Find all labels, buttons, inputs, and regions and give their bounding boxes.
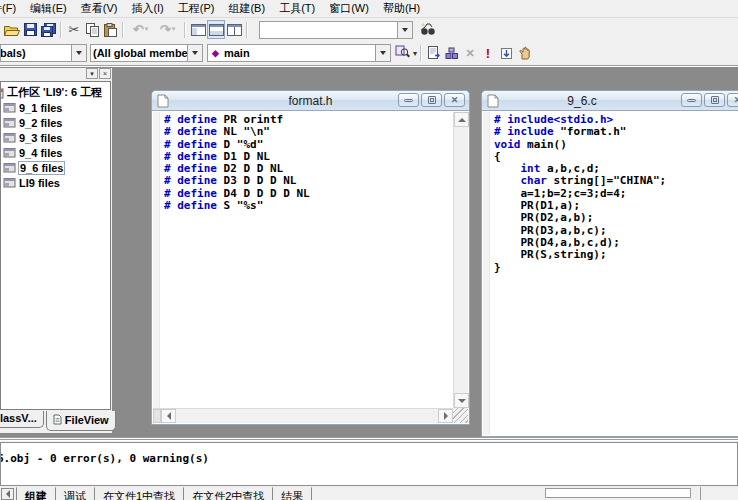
output-tab[interactable]: 在文件1中查找 <box>94 487 184 500</box>
compile-icon <box>428 46 441 60</box>
chevron-down-icon <box>402 28 408 32</box>
output-tabs: 组建调试在文件1中查找在文件2中查找结果 <box>0 487 738 500</box>
project-icon <box>3 162 16 173</box>
save-all-button[interactable] <box>39 20 57 39</box>
maximize-button[interactable] <box>421 93 442 107</box>
minimize-button[interactable] <box>681 93 702 107</box>
redo-button[interactable]: ↷▾ <box>154 20 181 39</box>
scroll-up-button[interactable] <box>454 112 469 127</box>
stop-build-icon: ✕ <box>465 47 474 60</box>
pane-split-button[interactable] <box>225 20 243 39</box>
code-line: void main() <box>494 139 738 151</box>
pane-output-button[interactable] <box>207 20 225 39</box>
menu-item[interactable]: 工具(T) <box>272 0 322 17</box>
tab-label: FileView <box>65 414 109 426</box>
close-icon: ✕ <box>451 96 459 105</box>
menu-item[interactable]: 查看(V) <box>74 0 125 17</box>
project-icon <box>3 132 16 143</box>
ide-window: 文件(F)编辑(E)查看(V)插入(I)工程(P)组建(B)工具(T)窗口(W)… <box>0 0 738 500</box>
insert-breakpoint-icon <box>518 46 531 60</box>
output-tab[interactable]: 调试 <box>55 487 95 500</box>
panel-close-button[interactable]: × <box>99 68 111 79</box>
tab-fileview[interactable]: FileView <box>46 411 116 431</box>
menu-item[interactable]: 编辑(E) <box>23 0 74 17</box>
menu-item[interactable]: 工程(P) <box>171 0 222 17</box>
menu-item[interactable]: 窗口(W) <box>322 0 376 17</box>
menu-item[interactable]: 插入(I) <box>124 0 170 17</box>
statusbar-divider <box>700 487 701 500</box>
code-editor[interactable]: # include<stdio.h># include "format.h"vo… <box>490 112 738 435</box>
minimize-button[interactable] <box>398 93 419 107</box>
filter-combobox[interactable]: (All global members) <box>90 44 203 62</box>
scroll-down-button[interactable] <box>454 393 469 408</box>
resize-grip[interactable] <box>453 408 468 423</box>
cut-button[interactable]: ✂ <box>65 20 83 39</box>
selection-margin[interactable] <box>153 112 160 408</box>
scroll-left-button[interactable] <box>161 409 176 423</box>
member-dropdown-button[interactable] <box>375 45 390 61</box>
panel-menu-button[interactable]: ▾ <box>86 68 98 79</box>
tree-project-item[interactable]: 9_6 files <box>3 160 110 175</box>
project-label: 9_1 files <box>19 102 62 114</box>
fileview-tree[interactable]: 工作区 'LI9': 6 工程 9_1 files9_2 files9_3 fi… <box>0 81 111 410</box>
paste-button[interactable] <box>101 20 119 39</box>
tree-project-item[interactable]: 9_2 files <box>3 115 110 130</box>
open-button[interactable] <box>3 20 21 39</box>
horizontal-scrollbar[interactable] <box>153 408 453 423</box>
undo-button[interactable]: ↶▾ <box>127 20 154 39</box>
output-tab[interactable]: 在文件2中查找 <box>183 487 273 500</box>
maximize-button[interactable] <box>704 93 725 107</box>
find-in-files-button[interactable] <box>419 20 437 39</box>
output-tab[interactable]: 组建 <box>16 487 56 500</box>
menu-item[interactable]: 帮助(H) <box>376 0 427 17</box>
scroll-right-button[interactable] <box>438 409 453 423</box>
execute-button[interactable]: ! <box>479 44 497 63</box>
menu-item[interactable]: 组建(B) <box>221 0 272 17</box>
build-button[interactable] <box>443 44 461 63</box>
copy-button[interactable] <box>83 20 101 39</box>
workspace-root-node[interactable]: 工作区 'LI9': 6 工程 <box>0 85 110 100</box>
save-button[interactable] <box>21 20 39 39</box>
tree-project-item[interactable]: 9_1 files <box>3 100 110 115</box>
selection-margin[interactable] <box>483 112 490 435</box>
code-line: # define S "%s" <box>164 200 453 212</box>
copy-icon <box>86 23 99 37</box>
go-button[interactable] <box>497 44 515 63</box>
insert-breakpoint-button[interactable] <box>515 44 533 63</box>
build-output-pane[interactable]: 6.obj - 0 error(s), 0 warning(s) <box>0 442 738 486</box>
window-titlebar[interactable]: format.h ✕ <box>152 91 469 111</box>
toolbar-separator <box>246 22 248 38</box>
find-input[interactable] <box>260 22 397 38</box>
output-tab[interactable]: 结果 <box>272 487 312 500</box>
tab-scroll-left-button[interactable] <box>1 488 14 500</box>
split-box[interactable] <box>153 409 161 423</box>
wizard-bar: (Globals) (All global members) ◆ main ▾ … <box>0 42 738 64</box>
menu-item[interactable]: 文件(F) <box>0 0 23 17</box>
window-title: 9_6.c <box>482 94 682 108</box>
project-label: 9_6 files <box>19 162 64 174</box>
tree-project-item[interactable]: LI9 files <box>3 175 110 190</box>
splitter[interactable] <box>0 439 738 441</box>
output-horizontal-scrollbar[interactable] <box>545 488 691 498</box>
member-combobox[interactable]: ◆ main <box>207 44 391 62</box>
minimize-icon <box>404 99 413 102</box>
go-icon <box>500 47 513 60</box>
vertical-scrollbar[interactable] <box>453 112 468 408</box>
pane-workspace-button[interactable] <box>189 20 207 39</box>
find-combobox[interactable] <box>259 21 413 39</box>
window-titlebar[interactable]: 9_6.c ✕ <box>482 91 738 111</box>
tree-project-item[interactable]: 9_3 files <box>3 130 110 145</box>
close-button[interactable]: ✕ <box>727 93 738 107</box>
workspace-root-label: 工作区 'LI9': 6 工程 <box>7 85 102 100</box>
close-button[interactable]: ✕ <box>444 93 465 107</box>
tree-project-item[interactable]: 9_4 files <box>3 145 110 160</box>
tab-classview[interactable]: ClassV... <box>0 411 44 428</box>
stop-build-button[interactable]: ✕ <box>461 44 479 63</box>
compile-button[interactable] <box>425 44 443 63</box>
wizard-actions-button[interactable]: ▾ <box>395 44 417 62</box>
class-scope-combobox[interactable]: (Globals) <box>0 44 87 62</box>
filter-dropdown-button[interactable] <box>187 45 202 61</box>
find-dropdown-button[interactable] <box>397 22 412 38</box>
code-editor[interactable]: # define PR orintf# define NL "\n"# defi… <box>160 112 453 408</box>
scope-dropdown-button[interactable] <box>71 45 86 61</box>
